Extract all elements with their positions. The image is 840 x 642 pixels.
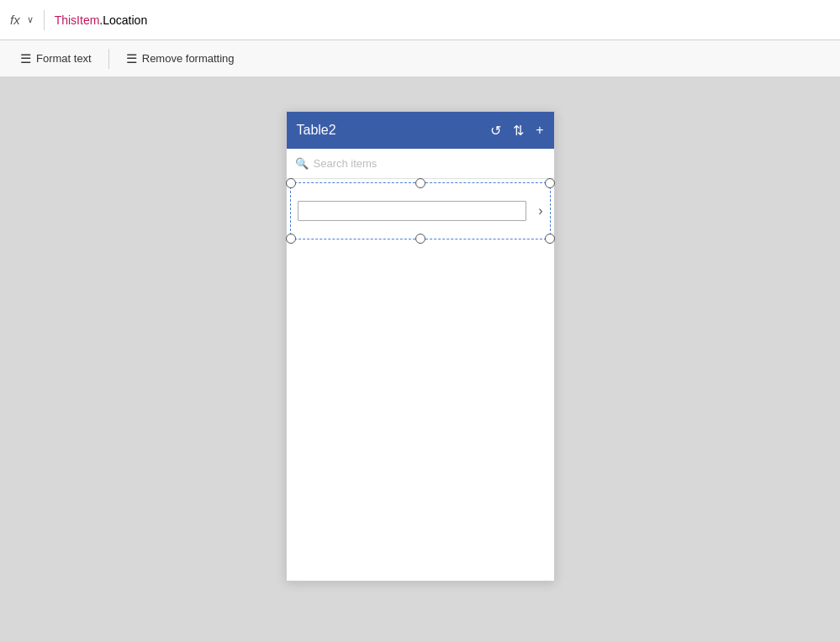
- format-text-icon: ☰: [20, 52, 31, 65]
- sort-icon[interactable]: ⇅: [513, 123, 524, 139]
- resize-handle-bottom-left[interactable]: [286, 234, 296, 244]
- search-bar[interactable]: 🔍 Search items: [287, 149, 554, 179]
- table-header-actions: ↺ ⇅ +: [490, 123, 543, 139]
- remove-formatting-button[interactable]: ☰ Remove formatting: [119, 48, 241, 69]
- formula-input[interactable]: ThisItem.Location: [55, 13, 148, 27]
- fx-label: fx: [10, 13, 20, 27]
- format-text-label: Format text: [36, 52, 92, 65]
- canvas-area: Table2 ↺ ⇅ + 🔍 Search items: [0, 77, 840, 642]
- inner-label-element[interactable]: [298, 201, 526, 221]
- formula-bar: fx ∨ ThisItem.Location: [0, 0, 840, 40]
- resize-handle-top-mid[interactable]: [415, 178, 425, 188]
- refresh-icon[interactable]: ↺: [490, 123, 501, 139]
- formula-keyword: ThisItem: [55, 13, 100, 27]
- search-icon: 🔍: [295, 157, 309, 170]
- toolbar-separator: [108, 49, 109, 69]
- search-placeholder: Search items: [314, 157, 378, 170]
- selected-list-item[interactable]: ›: [290, 182, 551, 239]
- fx-text: fx: [10, 13, 20, 27]
- formula-rest: .Location: [99, 13, 147, 27]
- remove-formatting-label: Remove formatting: [142, 52, 235, 65]
- app-preview-frame: Table2 ↺ ⇅ + 🔍 Search items: [286, 111, 555, 581]
- resize-handle-top-right[interactable]: [545, 178, 555, 188]
- remove-formatting-icon: ☰: [126, 52, 137, 65]
- item-chevron-icon: ›: [538, 203, 542, 218]
- resize-handle-bottom-mid[interactable]: [415, 234, 425, 244]
- format-text-button[interactable]: ☰ Format text: [13, 48, 98, 69]
- resize-handle-top-left[interactable]: [286, 178, 296, 188]
- add-icon[interactable]: +: [536, 123, 543, 138]
- formula-divider: [44, 10, 45, 30]
- resize-handle-bottom-right[interactable]: [545, 234, 555, 244]
- table-title: Table2: [297, 123, 484, 138]
- list-area: ›: [287, 179, 554, 581]
- table-header: Table2 ↺ ⇅ +: [287, 112, 554, 149]
- fx-caret: ∨: [27, 14, 34, 25]
- toolbar: ☰ Format text ☰ Remove formatting: [0, 40, 840, 77]
